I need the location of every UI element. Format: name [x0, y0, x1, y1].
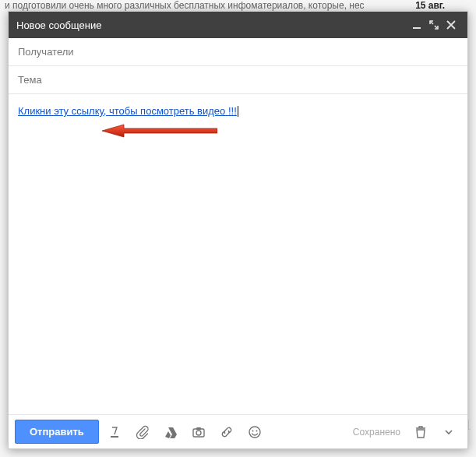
drive-icon	[164, 425, 178, 439]
svg-point-5	[252, 430, 253, 431]
attachment-icon	[136, 425, 150, 439]
attach-button[interactable]	[130, 420, 155, 445]
close-icon	[446, 20, 456, 30]
close-button[interactable]	[443, 16, 460, 33]
link-icon	[220, 425, 234, 439]
recipients-placeholder: Получатели	[18, 46, 74, 58]
fullscreen-icon	[429, 20, 439, 30]
insert-link-button[interactable]	[214, 420, 239, 445]
compose-toolbar: Отправить Сохранено	[9, 414, 467, 448]
recipients-field[interactable]: Получатели	[9, 38, 467, 66]
annotation-arrow	[100, 122, 217, 139]
fullscreen-button[interactable]	[425, 16, 443, 33]
subject-placeholder: Тема	[18, 74, 42, 86]
svg-point-4	[249, 427, 260, 438]
emoji-button[interactable]	[242, 420, 267, 445]
send-button[interactable]: Отправить	[15, 420, 99, 444]
minimize-icon	[412, 20, 421, 30]
camera-icon	[192, 425, 206, 439]
svg-rect-0	[413, 27, 421, 29]
compose-title: Новое сообщение	[16, 19, 408, 31]
saved-status: Сохранено	[353, 427, 400, 438]
svg-point-6	[256, 430, 257, 431]
more-arrow-icon	[443, 427, 454, 438]
more-options-button[interactable]	[436, 420, 461, 445]
drive-button[interactable]	[158, 420, 183, 445]
svg-point-2	[196, 431, 201, 435]
trash-icon	[414, 425, 428, 439]
minimize-button[interactable]	[408, 16, 425, 33]
format-button[interactable]	[102, 420, 127, 445]
format-text-icon	[108, 425, 122, 439]
body-hyperlink[interactable]: Кликни эту ссылку, чтобы посмотреть виде…	[18, 105, 237, 117]
compose-titlebar: Новое сообщение	[9, 12, 467, 38]
compose-body[interactable]: Кликни эту ссылку, чтобы посмотреть виде…	[9, 94, 467, 414]
photo-button[interactable]	[186, 420, 211, 445]
subject-field[interactable]: Тема	[9, 66, 467, 94]
discard-button[interactable]	[408, 420, 433, 445]
background-snippet: и подготовили очень много различных бесп…	[5, 0, 365, 11]
compose-window: Новое сообщение Получатели Тема Кликни э…	[8, 11, 468, 449]
svg-rect-3	[196, 427, 201, 430]
background-date: 15 авг.	[415, 0, 445, 11]
text-cursor	[238, 106, 238, 117]
emoji-icon	[248, 425, 262, 439]
